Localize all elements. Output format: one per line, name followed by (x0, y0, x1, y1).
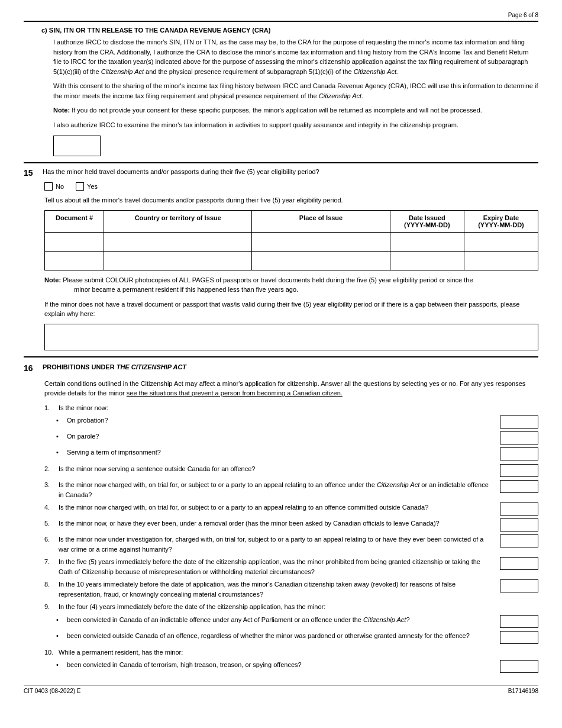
q16-q3-text: Is the minor now charged with, on trial … (59, 480, 494, 500)
q16-q1-row: 1. Is the minor now: (44, 403, 538, 413)
q16-q8-answer[interactable] (500, 579, 538, 592)
section-c-title: c) SIN, ITN OR TTN RELEASE TO THE CANADA… (41, 27, 538, 156)
th-expiry-date: Expiry Date(YYYY-MM-DD) (464, 210, 538, 232)
q16-q6-answer[interactable] (500, 534, 538, 547)
q16-q5-num: 5. (44, 518, 56, 529)
q16-q8-num: 8. (44, 579, 56, 590)
q16-q8-row: 8. In the 10 years immediately before th… (44, 579, 538, 599)
citizenship-link[interactable]: see the situations that prevent a person… (127, 389, 343, 397)
th-date-issued: Date Issued(YYYY-MM-DD) (390, 210, 464, 232)
bullet-1: • (56, 415, 62, 426)
divider-15 (24, 162, 538, 163)
q16-q6-num: 6. (44, 534, 56, 545)
q15-yes-option[interactable]: Yes (76, 182, 98, 191)
q16-q4-answer[interactable] (500, 502, 538, 516)
q15-tell-us: Tell us about all the minor's travel doc… (44, 195, 538, 205)
q16-q9-sub1-answer[interactable] (500, 615, 538, 628)
q16-q4-num: 4. (44, 502, 56, 513)
tr1-country[interactable] (104, 232, 252, 251)
q16-q10-container: 10. While a permanent resident, has the … (44, 648, 538, 674)
page-number: Page 6 of 8 (24, 12, 538, 22)
q15-yes-label: Yes (87, 183, 98, 190)
q15-no-option[interactable]: No (44, 182, 64, 191)
section-c-para2: With this consent to the sharing of the … (53, 81, 538, 101)
q15-checkbox-row: No Yes (44, 182, 538, 191)
section-c-para3: I also authorize IRCC to examine the min… (53, 120, 538, 130)
bullet-2: • (56, 431, 62, 442)
q16-q9-sub2-text: been convicted outside Canada of an offe… (67, 631, 494, 641)
q16-q1-sub2-row: • On parole? (56, 431, 538, 444)
explain-box[interactable] (44, 324, 538, 350)
q16-q1-text: Is the minor now: (59, 403, 538, 413)
q16-q2-text: Is the minor now serving a sentence outs… (59, 464, 494, 474)
q16-q7-num: 7. (44, 557, 56, 567)
tr1-place[interactable] (252, 232, 390, 251)
q16-q5-container: 5. Is the minor now, or have they ever b… (44, 518, 538, 531)
q15-yes-checkbox[interactable] (76, 182, 84, 191)
footer: CIT 0403 (08-2022) E B17146198 (24, 685, 538, 694)
q16-q1-container: 1. Is the minor now: • On probation? • O… (44, 403, 538, 461)
tr1-date[interactable] (390, 232, 464, 251)
q16-q7-answer[interactable] (500, 557, 538, 570)
q16-q8-text: In the 10 years immediately before the d… (59, 579, 494, 599)
q16-q1-subs: • On probation? • On parole? • Serving a… (56, 415, 538, 460)
q16-q10-row: 10. While a permanent resident, has the … (44, 648, 538, 658)
tr2-date[interactable] (390, 251, 464, 270)
q9-bullet-2: • (56, 631, 62, 641)
q16-q5-row: 5. Is the minor now, or have they ever b… (44, 518, 538, 531)
q16-q10-sub1-text: been convicted in Canada of terrorism, h… (67, 660, 494, 670)
th-doc-number: Document # (45, 210, 104, 232)
divider-16 (24, 356, 538, 357)
q16-q4-container: 4. Is the minor now charged with, on tri… (44, 502, 538, 516)
q16-q9-sub1-text: been convicted in Canada of an indictabl… (67, 615, 494, 625)
tr2-doc[interactable] (45, 251, 104, 270)
tr1-doc[interactable] (45, 232, 104, 251)
q15-note: Note: Please submit COLOUR photocopies o… (44, 275, 538, 295)
q16-q2-row: 2. Is the minor now serving a sentence o… (44, 464, 538, 477)
signature-box[interactable] (53, 136, 101, 156)
q10-bullet-1: • (56, 660, 62, 670)
q16-q5-answer[interactable] (500, 518, 538, 531)
q16-number: 16 (24, 363, 37, 373)
q16-q10-num: 10. (44, 648, 56, 658)
q16-q9-row: 9. In the four (4) years immediately bef… (44, 602, 538, 612)
footer-form-number: B17146198 (508, 688, 538, 694)
tr2-place[interactable] (252, 251, 390, 270)
footer-form-code: CIT 0403 (08-2022) E (24, 688, 81, 694)
travel-row-2 (45, 251, 538, 270)
q15-no-checkbox[interactable] (44, 182, 53, 191)
q16-q9-subs: • been convicted in Canada of an indicta… (56, 615, 538, 644)
section-c: c) SIN, ITN OR TTN RELEASE TO THE CANADA… (24, 27, 538, 156)
q16-q9-num: 9. (44, 602, 56, 612)
tr2-expiry[interactable] (464, 251, 538, 270)
q16-q7-row: 7. In the five (5) years immediately bef… (44, 557, 538, 576)
q16-q1-sub1-answer[interactable] (500, 415, 538, 429)
q16-q2-answer[interactable] (500, 464, 538, 477)
tr2-country[interactable] (104, 251, 252, 270)
question-16: 16 PROHIBITIONS UNDER THE CITIZENSHIP AC… (24, 363, 538, 674)
q16-q10-sub1-row: • been convicted in Canada of terrorism,… (56, 660, 538, 673)
q16-q9-sub1-row: • been convicted in Canada of an indicta… (56, 615, 538, 628)
q16-q6-container: 6. Is the minor now under investigation … (44, 534, 538, 554)
q16-q10-sub1-answer[interactable] (500, 660, 538, 673)
q16-q1-sub2-text: On parole? (67, 431, 494, 442)
question-15: 15 Has the minor held travel documents a… (24, 168, 538, 350)
q15-number: 15 (24, 168, 37, 178)
q16-q1-sub2-answer[interactable] (500, 431, 538, 444)
th-place: Place of Issue (252, 210, 390, 232)
q16-q7-text: In the five (5) years immediately before… (59, 557, 494, 576)
travel-row-1 (45, 232, 538, 251)
q16-q7-container: 7. In the five (5) years immediately bef… (44, 557, 538, 576)
tr1-expiry[interactable] (464, 232, 538, 251)
q16-q10-text: While a permanent resident, has the mino… (59, 648, 538, 658)
q15-text: Has the minor held travel documents and/… (43, 168, 538, 175)
section-c-para1: I authorize IRCC to disclose the minor's… (53, 37, 538, 76)
q16-q1-sub3-answer[interactable] (500, 447, 538, 460)
q16-q3-answer[interactable] (500, 480, 538, 493)
th-country: Country or territory of Issue (104, 210, 252, 232)
q16-q1-sub3-row: • Serving a term of imprisonment? (56, 447, 538, 460)
q16-q2-num: 2. (44, 464, 56, 474)
q16-q9-sub2-row: • been convicted outside Canada of an of… (56, 631, 538, 644)
q16-q9-sub2-answer[interactable] (500, 631, 538, 644)
q16-q3-num: 3. (44, 480, 56, 490)
